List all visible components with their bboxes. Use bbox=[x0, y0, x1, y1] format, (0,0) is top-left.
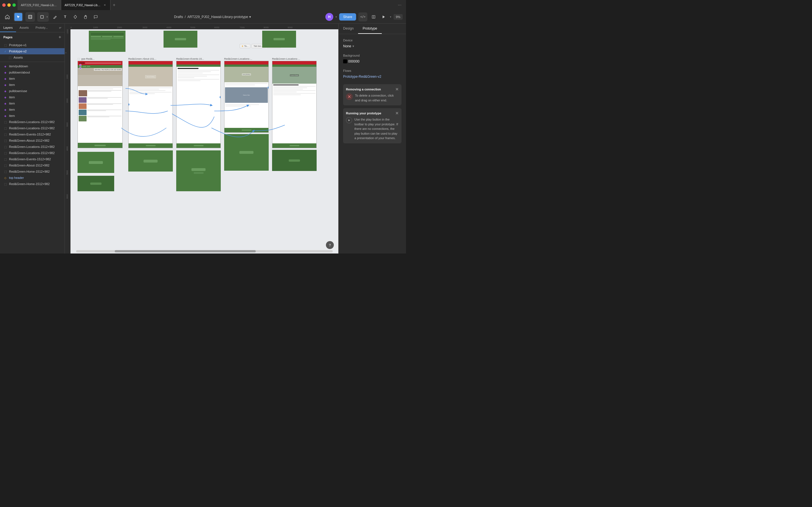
frame-loc-secondary-2[interactable] bbox=[272, 150, 317, 171]
layer-loc-3[interactable]: ⬚ Red&Green-Locations-1512×982 bbox=[0, 144, 64, 150]
layer-top-header[interactable]: ◇ top header bbox=[0, 175, 64, 181]
frame-green-footer-2[interactable] bbox=[78, 176, 114, 191]
comment-tool[interactable] bbox=[92, 13, 100, 21]
frame-proto-resize-icon: ⬚ bbox=[78, 57, 80, 60]
tab-layers[interactable]: Layers bbox=[0, 24, 16, 32]
tab-design[interactable]: Design bbox=[339, 24, 358, 34]
layer-events-1[interactable]: ⬚ Red&Green-Events-1512×982 bbox=[0, 131, 64, 137]
frame-about-footer[interactable] bbox=[128, 151, 173, 172]
frame-green-top-right[interactable] bbox=[262, 31, 296, 48]
layer-label-19: top header bbox=[9, 176, 61, 179]
frame-loc1-box[interactable]: Library Building Exterior View bbox=[224, 61, 269, 133]
frame-tool[interactable] bbox=[26, 13, 34, 21]
text-tool[interactable]: T bbox=[61, 13, 69, 21]
frame-green-footer-1[interactable] bbox=[78, 152, 114, 173]
layer-home-2[interactable]: ⬚ Red&Green-Home-1512×982 bbox=[0, 181, 64, 187]
component-tool[interactable] bbox=[71, 13, 79, 21]
layer-item-5[interactable]: ◈ item bbox=[0, 107, 64, 113]
shape-tool[interactable] bbox=[38, 13, 46, 21]
frame-prototype-red-green[interactable]: ⬚ ype-Red&... bbox=[78, 57, 123, 148]
maximize-dot[interactable] bbox=[12, 3, 16, 7]
background-section: Background 000000 bbox=[343, 54, 402, 63]
breadcrumb-chevron: ▾ bbox=[249, 15, 251, 19]
running-prototype-close[interactable]: ✕ bbox=[395, 111, 399, 115]
layer-loc-1[interactable]: ⬚ Red&Green-Locations-1512×982 bbox=[0, 119, 64, 125]
user-avatar[interactable]: H bbox=[325, 13, 333, 21]
page-assets[interactable]: ⬚ Assets bbox=[4, 54, 64, 61]
layer-item-2[interactable]: ◈ item bbox=[0, 82, 64, 88]
frame-green-top-center[interactable] bbox=[163, 31, 197, 48]
frame-about-box[interactable]: Historic Building bbox=[128, 61, 173, 148]
page-prototype-v2[interactable]: ✓ Prototype-v2 bbox=[0, 48, 64, 54]
pages-header: Pages + bbox=[0, 33, 64, 42]
frame-green-top[interactable] bbox=[89, 31, 125, 52]
frame-locations-1[interactable]: Red&Green-Locations-... Library Building bbox=[224, 57, 269, 133]
frame-events[interactable]: Red&Green-Events-15... bbox=[176, 57, 221, 148]
layer-about-1[interactable]: ⬚ Red&Green-About-1512×982 bbox=[0, 137, 64, 144]
canvas-area[interactable]: 0 1000 2000 3000 4000 5000 6000 7000 800… bbox=[65, 24, 338, 253]
layer-item-4[interactable]: ◈ item bbox=[0, 100, 64, 107]
layer-label-4: item bbox=[9, 83, 61, 87]
layer-label-6: item bbox=[9, 96, 61, 99]
frame-events-secondary[interactable] bbox=[176, 151, 221, 191]
pen-tool[interactable] bbox=[51, 13, 59, 21]
add-tab-button[interactable]: + bbox=[110, 0, 117, 10]
background-value[interactable]: 000000 bbox=[343, 59, 402, 63]
ruler-mark-4000: 4000 bbox=[166, 26, 171, 29]
frame-about[interactable]: Red&Green-About-151... Historic Building bbox=[128, 57, 173, 148]
frame-loc-secondary-1[interactable] bbox=[224, 134, 269, 171]
close-dot[interactable] bbox=[2, 3, 6, 7]
select-tool[interactable] bbox=[14, 13, 22, 21]
layer-loc-4[interactable]: ⬚ Red&Green-Locations-1512×982 bbox=[0, 150, 64, 156]
component-icon-6: ◈ bbox=[3, 95, 7, 99]
hand-tool[interactable] bbox=[82, 13, 89, 21]
device-section: Device None ▾ bbox=[343, 39, 402, 48]
flows-value[interactable]: Prototype-Red&Green-v2 bbox=[343, 75, 402, 78]
add-page-button[interactable]: + bbox=[59, 35, 61, 40]
tab-prototype[interactable]: Prototype bbox=[358, 24, 382, 34]
tab-prototype[interactable]: Prototy... bbox=[32, 24, 51, 32]
horizontal-scrollbar[interactable] bbox=[76, 250, 333, 252]
flows-section: Flows Prototype-Red&Green-v2 bbox=[343, 69, 402, 78]
browser-more-button[interactable]: ··· bbox=[396, 3, 404, 8]
device-dropdown[interactable]: None ▾ bbox=[343, 44, 402, 48]
share-button[interactable]: Share bbox=[339, 13, 356, 20]
layer-item-3[interactable]: ◈ item bbox=[0, 94, 64, 100]
browser-tab-1[interactable]: ART229_PJ02_Hawaii-Library-deck-... bbox=[17, 0, 61, 10]
frame-loc2-box[interactable]: Location Details bbox=[272, 61, 317, 148]
canvas-viewport[interactable]: ◈ Ta... Tab bar-... Tab bar-... bbox=[70, 29, 338, 253]
layer-item-1[interactable]: ◈ item bbox=[0, 75, 64, 82]
layer-item-pulldown[interactable]: ◈ item/pulldown bbox=[0, 63, 64, 69]
frame-loc2-label: Red&Green-Locations-... bbox=[272, 57, 317, 60]
present-chevron[interactable]: ▾ bbox=[390, 15, 391, 18]
code-button[interactable]: </> bbox=[358, 12, 367, 21]
tab-2-close[interactable]: ✕ bbox=[103, 3, 107, 7]
present-button[interactable] bbox=[380, 13, 388, 21]
browser-tab-2[interactable]: ART229_PJ02_Hawaii-Library-pro... ✕ bbox=[61, 0, 110, 10]
tab-assets[interactable]: Assets bbox=[16, 24, 32, 32]
help-button[interactable]: ? bbox=[326, 241, 334, 249]
layer-pulldown-about[interactable]: ◈ pulldown/about bbox=[0, 69, 64, 75]
layer-home-1[interactable]: ⬚ Red&Green-Home-1512×982 bbox=[0, 168, 64, 175]
panel-collapse-icon[interactable] bbox=[58, 26, 62, 30]
layer-about-2[interactable]: ⬚ Red&Green-About-1512×982 bbox=[0, 162, 64, 168]
layer-events-2[interactable]: ⬚ Red&Green-Events-1512×982 bbox=[0, 156, 64, 162]
book-button[interactable] bbox=[370, 13, 377, 21]
minimize-dot[interactable] bbox=[7, 3, 11, 7]
frame-proto-box[interactable]: SERVING THE PEOPLE FOR 100 YEARS bbox=[78, 61, 123, 148]
layer-pulldown-use[interactable]: ◈ pulldown/use bbox=[0, 88, 64, 94]
avatar-chevron[interactable]: ▾ bbox=[336, 15, 337, 18]
layer-loc-2[interactable]: ⬚ Red&Green-Locations-1512×982 bbox=[0, 125, 64, 131]
breadcrumb-drafts[interactable]: Drafts bbox=[174, 15, 183, 19]
removing-connection-close[interactable]: ✕ bbox=[395, 87, 399, 92]
frame-events-box[interactable] bbox=[176, 61, 221, 148]
layer-item-6[interactable]: ◈ item bbox=[0, 113, 64, 119]
background-color-swatch[interactable] bbox=[343, 59, 347, 63]
breadcrumb-current[interactable]: ART229_PJ02_Hawaii-Library-prototype ▾ bbox=[188, 15, 251, 19]
tab-bar-component-1[interactable]: ◈ Ta... bbox=[240, 44, 250, 48]
home-button[interactable] bbox=[3, 13, 11, 21]
layer-label-16: Red&Green-Events-1512×982 bbox=[9, 158, 61, 161]
frame-locations-2[interactable]: Red&Green-Locations-... Location Details bbox=[272, 57, 317, 148]
zoom-level[interactable]: 9% bbox=[394, 14, 403, 20]
page-prototype-v1[interactable]: ⬚ Prototype-v1 bbox=[0, 42, 64, 48]
